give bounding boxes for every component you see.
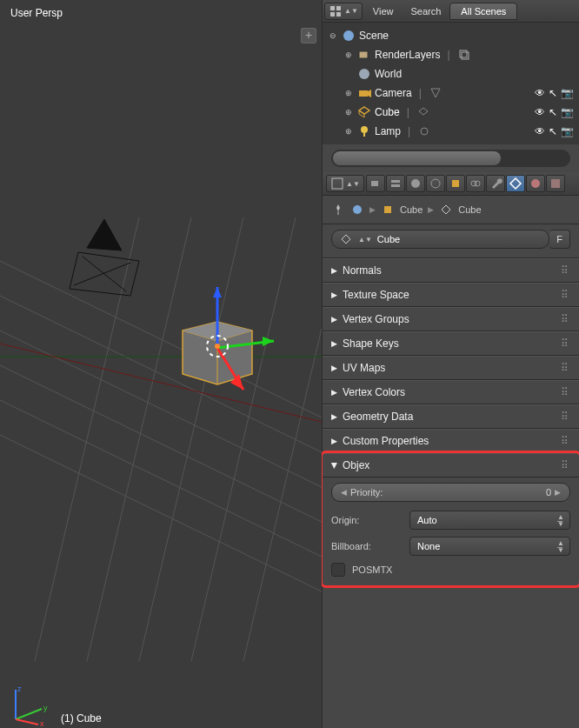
outliner-header: ▲▼ View Search All Scenes (323, 0, 579, 23)
outliner-lamp[interactable]: ⊕ Lamp | 👁↖📷 (328, 122, 574, 141)
camera-data-icon (429, 86, 443, 100)
world-tab-icon (429, 177, 443, 190)
updown-icon: ▲▼ (557, 514, 564, 528)
svg-rect-52 (371, 181, 378, 186)
panel-objex-body: ◀ Priority: 0 ▶ Origin: Auto ▲▼ Billboar… (323, 478, 579, 585)
svg-rect-36 (336, 12, 341, 17)
grip-icon[interactable]: ⠿ (561, 337, 570, 350)
viewport-canvas[interactable] (0, 0, 322, 678)
svg-text:y: y (43, 704, 48, 712)
panel-vertex-colors[interactable]: ▶Vertex Colors⠿ (323, 380, 579, 404)
editor-type-button[interactable]: ▲▼ (326, 175, 364, 192)
panel-custom-properties[interactable]: ▶Custom Properties⠿ (323, 429, 579, 453)
properties-context-tabs (366, 175, 565, 192)
chain-icon (469, 177, 482, 190)
camera-icon (369, 177, 383, 190)
panel-vertex-groups[interactable]: ▶Vertex Groups⠿ (323, 307, 579, 331)
tab-material[interactable] (526, 175, 545, 192)
origin-select[interactable]: Auto ▲▼ (409, 511, 570, 530)
svg-line-15 (83, 257, 126, 291)
layers-icon (389, 177, 403, 190)
editor-type-button[interactable]: ▲▼ (324, 3, 363, 20)
outliner-world[interactable]: World (328, 64, 574, 83)
scene-tab-icon (409, 177, 423, 190)
svg-line-2 (0, 331, 322, 487)
svg-rect-34 (336, 6, 341, 10)
svg-rect-49 (363, 133, 365, 137)
tab-render[interactable] (366, 175, 385, 192)
chevron-right-icon: ▶ (428, 205, 434, 214)
datablock-name-input[interactable]: ▲▼ Cube (331, 230, 549, 249)
outliner-cube[interactable]: ⊕ Cube | 👁↖📷 (328, 103, 574, 122)
priority-number-input[interactable]: ◀ Priority: 0 ▶ (331, 483, 570, 502)
outliner-tree[interactable]: ⊖ Scene ⊕ RenderLayers | World ⊕ Camera … (323, 23, 579, 144)
eye-icon: 👁 (535, 106, 545, 118)
outliner-icon (329, 4, 343, 18)
grip-icon[interactable]: ⠿ (561, 264, 570, 277)
svg-point-50 (421, 128, 428, 135)
panel-shape-keys[interactable]: ▶Shape Keys⠿ (323, 331, 579, 356)
restrict-icons[interactable]: 👁↖📷 (531, 106, 574, 118)
outliner-menu-search[interactable]: Search (403, 6, 450, 17)
chevron-left-icon[interactable]: ◀ (341, 488, 347, 497)
tab-data[interactable] (506, 175, 525, 192)
world-icon (357, 67, 371, 81)
svg-line-6 (35, 217, 139, 661)
svg-rect-39 (460, 50, 467, 57)
expand-icon[interactable]: ⊕ (343, 50, 354, 60)
expand-icon[interactable]: ⊕ (343, 107, 354, 117)
outliner-scene[interactable]: ⊖ Scene (328, 26, 574, 45)
pin-icon[interactable] (331, 203, 345, 217)
svg-marker-66 (442, 205, 450, 214)
tab-modifiers[interactable] (486, 175, 505, 192)
grip-icon[interactable]: ⠿ (561, 386, 570, 398)
panel-texture-space[interactable]: ▶Texture Space⠿ (323, 283, 579, 307)
grip-icon[interactable]: ⠿ (561, 313, 570, 325)
tab-object[interactable] (446, 175, 465, 192)
breadcrumb-data[interactable]: Cube (458, 204, 481, 215)
grip-icon[interactable]: ⠿ (561, 459, 570, 471)
panel-normals[interactable]: ▶Normals⠿ (323, 258, 579, 283)
restrict-icons[interactable]: 👁↖📷 (531, 87, 574, 99)
svg-rect-65 (384, 206, 391, 213)
cursor-icon: ↖ (549, 125, 557, 137)
outliner-renderlayers[interactable]: ⊕ RenderLayers | (328, 45, 574, 64)
mesh-bc-icon (439, 203, 453, 217)
panel-uv-maps[interactable]: ▶UV Maps⠿ (323, 356, 579, 380)
tab-world[interactable] (426, 175, 445, 192)
expand-icon[interactable]: ⊕ (343, 126, 354, 137)
tab-texture[interactable] (546, 175, 565, 192)
svg-point-64 (353, 205, 362, 214)
outliner-filter-tab[interactable]: All Scenes (449, 3, 517, 20)
tab-constraints[interactable] (466, 175, 485, 192)
svg-rect-54 (391, 184, 400, 187)
panel-objex[interactable]: ▶Objex⠿ (323, 453, 579, 478)
fake-user-button[interactable]: F (549, 230, 570, 249)
tab-scene[interactable] (406, 175, 425, 192)
viewport-status: (1) Cube (61, 712, 102, 725)
svg-point-41 (359, 69, 369, 79)
tab-renderlayers[interactable] (386, 175, 405, 192)
panel-geometry-data[interactable]: ▶Geometry Data⠿ (323, 404, 579, 429)
grip-icon[interactable]: ⠿ (561, 411, 570, 423)
outliner-scrollbar[interactable] (331, 150, 570, 167)
svg-text:z: z (17, 685, 22, 693)
grip-icon[interactable]: ⠿ (561, 289, 570, 301)
svg-text:x: x (40, 719, 44, 726)
outliner-menu-view[interactable]: View (364, 6, 403, 17)
disclose-icon[interactable]: ⊖ (328, 30, 338, 41)
breadcrumb-object[interactable]: Cube (400, 204, 423, 215)
svg-marker-47 (419, 108, 428, 115)
grip-icon[interactable]: ⠿ (561, 435, 570, 447)
restrict-icons[interactable]: 👁↖📷 (531, 125, 574, 137)
expand-icon[interactable]: ⊕ (343, 88, 354, 98)
outliner-camera[interactable]: ⊕ Camera | 👁↖📷 (328, 83, 574, 103)
camera-restrict-icon: 📷 (561, 87, 574, 99)
chevron-right-icon[interactable]: ▶ (555, 488, 561, 497)
svg-line-8 (139, 217, 243, 661)
viewport-3d[interactable]: User Persp + (0, 0, 322, 728)
posmtx-checkbox[interactable] (331, 563, 345, 577)
grip-icon[interactable]: ⠿ (561, 362, 570, 374)
billboard-select[interactable]: None ▲▼ (409, 537, 570, 556)
mesh-object-icon (357, 105, 371, 119)
